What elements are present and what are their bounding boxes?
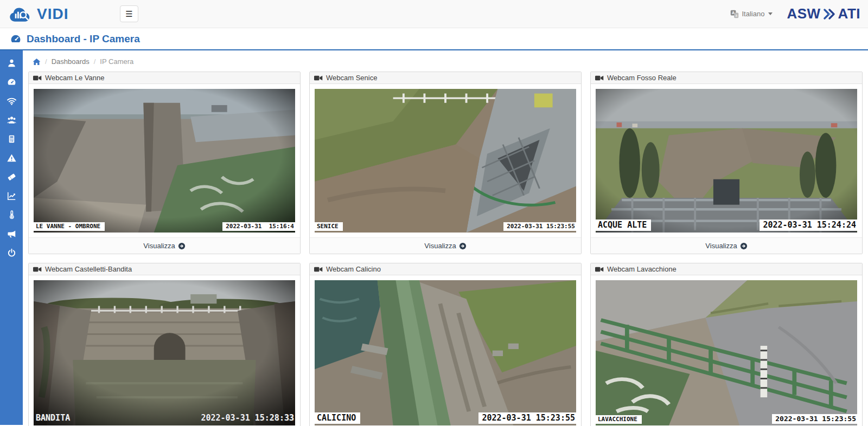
sidebar-item-announcements[interactable] xyxy=(0,224,23,243)
thermometer-icon xyxy=(7,210,17,220)
camera-overlay-timestamp: 2022-03-31 15:23:55 xyxy=(772,414,857,424)
camera-overlay-timestamp: 2022-03-31 15:23:55 xyxy=(478,412,576,424)
asw-ati-mark-icon xyxy=(822,8,837,20)
camera-feed-senice: SENICE 2022-03-31 15:23:55 xyxy=(315,89,576,233)
camera-overlay-label: BANDITA xyxy=(34,412,74,424)
video-camera-icon xyxy=(33,266,42,273)
camera-overlay-label: ACQUE ALTE xyxy=(596,220,651,231)
sidebar-item-wifi[interactable] xyxy=(0,92,23,111)
card-title: Webcam Senice xyxy=(326,74,377,82)
power-icon xyxy=(7,248,17,258)
translate-icon: A a xyxy=(730,10,739,18)
sidebar-item-tickets[interactable] xyxy=(0,167,23,186)
megaphone-icon xyxy=(7,229,17,239)
webcam-card-le-vanne: Webcam Le Vanne xyxy=(28,72,301,254)
video-camera-icon xyxy=(33,75,42,81)
card-title: Webcam Le Vanne xyxy=(45,74,104,82)
hamburger-icon: ☰ xyxy=(125,10,132,18)
sidebar-item-temperature[interactable] xyxy=(0,205,23,224)
calculator-icon xyxy=(7,134,17,144)
sidebar-item-calculator[interactable] xyxy=(0,130,23,149)
webcam-card-castelletti-bandita: Webcam Castelletti-Bandita xyxy=(28,263,301,426)
camera-feed-fosso-reale: ACQUE ALTE 2022-03-31 15:24:24 xyxy=(596,89,857,233)
camera-feed-le-vanne: LE VANNE - OMBRONE 2022-03-31 15:16:4 xyxy=(34,89,295,233)
card-title: Webcam Lavacchione xyxy=(607,265,676,273)
camera-overlay-label: SENICE xyxy=(315,222,343,231)
visualizza-link-senice[interactable]: Visualizza xyxy=(310,237,581,254)
chevron-down-icon xyxy=(768,12,773,15)
visualizza-link-fosso-reale[interactable]: Visualizza xyxy=(591,237,862,254)
app-logo: VIDI xyxy=(8,5,108,23)
cloud-logo-icon xyxy=(8,5,33,23)
warning-triangle-icon xyxy=(7,153,17,163)
arrow-circle-right-icon xyxy=(459,242,467,250)
page-title: Dashboard - IP Camera xyxy=(27,33,140,45)
camera-feed-bandita: BANDITA 2022-03-31 15:28:33 xyxy=(34,280,295,425)
dashboard-icon xyxy=(7,77,17,87)
language-label: Italiano xyxy=(742,10,764,18)
camera-overlay-label: CALICINO xyxy=(315,412,360,424)
user-icon xyxy=(7,58,17,68)
ticket-icon xyxy=(7,172,17,182)
camera-overlay-timestamp: 2022-03-31 15:28:33 xyxy=(197,412,295,424)
breadcrumb-dashboards[interactable]: Dashboards xyxy=(52,57,90,66)
visualizza-link-le-vanne[interactable]: Visualizza xyxy=(29,237,300,254)
dashboard-icon xyxy=(10,33,22,45)
webcam-card-lavacchione: Webcam Lavacchione xyxy=(590,263,863,426)
webcam-card-fosso-reale: Webcam Fosso Reale xyxy=(590,72,863,254)
camera-overlay-timestamp: 2022-03-31 15:23:55 xyxy=(503,222,576,231)
video-camera-icon xyxy=(595,75,604,81)
video-camera-icon xyxy=(595,266,604,273)
sidebar-item-alerts[interactable] xyxy=(0,149,23,167)
card-title: Webcam Castelletti-Bandita xyxy=(45,265,132,273)
sidebar-item-logout[interactable] xyxy=(0,243,23,262)
camera-feed-calicino: CALICINO 2022-03-31 15:23:55 xyxy=(315,280,576,425)
home-icon[interactable] xyxy=(33,58,41,66)
video-camera-icon xyxy=(314,266,323,273)
arrow-circle-right-icon xyxy=(178,242,186,250)
asw-text: ASW xyxy=(787,5,820,22)
brand-name: VIDI xyxy=(37,5,68,23)
breadcrumb-current: IP Camera xyxy=(100,57,133,66)
camera-feed-lavacchione: LAVACCHIONE 2022-03-31 15:23:55 xyxy=(596,280,857,425)
ati-text: ATI xyxy=(838,5,860,22)
webcam-card-calicino: Webcam Calicino xyxy=(309,263,582,426)
sidebar-nav xyxy=(0,50,23,425)
chart-line-icon xyxy=(7,191,17,201)
webcam-card-senice: Webcam Senice xyxy=(309,72,582,254)
camera-overlay-timestamp: 2022-03-31 15:24:24 xyxy=(760,220,857,231)
card-title: Webcam Calicino xyxy=(326,265,381,273)
wifi-icon xyxy=(7,96,17,106)
camera-overlay-timestamp: 2022-03-31 15:16:4 xyxy=(222,222,295,231)
sidebar-item-users[interactable] xyxy=(0,111,23,130)
video-camera-icon xyxy=(314,75,323,81)
top-navbar: VIDI ☰ A a Italiano ASW ATI xyxy=(0,0,868,28)
camera-overlay-label: LE VANNE - OMBRONE xyxy=(34,222,105,231)
sidebar-item-dashboard[interactable] xyxy=(0,73,23,92)
svg-text:a: a xyxy=(736,13,738,17)
sidebar-item-user[interactable] xyxy=(0,54,23,73)
language-selector[interactable]: A a Italiano xyxy=(730,10,773,18)
sidebar-item-charts[interactable] xyxy=(0,186,23,205)
card-title: Webcam Fosso Reale xyxy=(607,74,676,82)
page-header: Dashboard - IP Camera xyxy=(0,28,868,50)
arrow-circle-right-icon xyxy=(740,242,748,250)
users-icon xyxy=(7,115,17,125)
breadcrumb: / Dashboards / IP Camera xyxy=(28,50,863,72)
sidebar-toggle-button[interactable]: ☰ xyxy=(120,5,138,22)
asw-ati-logo: ASW ATI xyxy=(787,5,860,22)
camera-overlay-label: LAVACCHIONE xyxy=(596,415,642,424)
